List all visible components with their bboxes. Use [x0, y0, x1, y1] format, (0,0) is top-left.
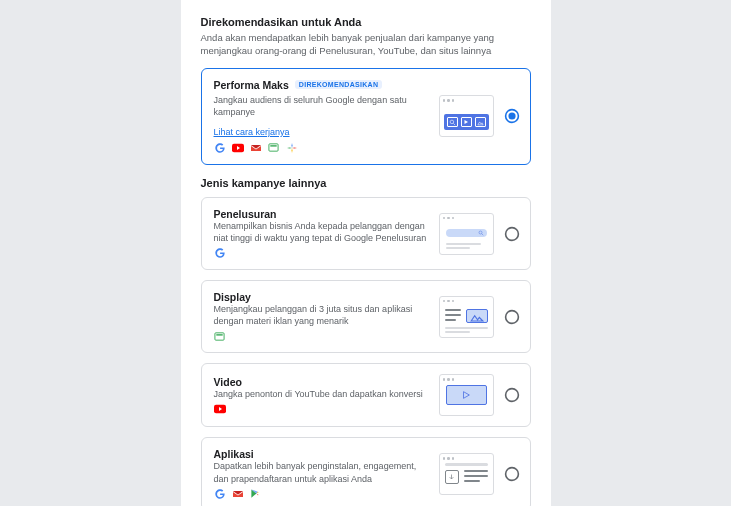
google-icon [214, 247, 226, 259]
campaign-card-app[interactable]: Aplikasi Dapatkan lebih banyak penginsta… [201, 437, 531, 506]
youtube-icon [214, 403, 226, 415]
svg-rect-1 [269, 144, 278, 151]
gmail-icon [232, 488, 244, 500]
radio-unselected[interactable] [504, 309, 520, 325]
card-title: Aplikasi [214, 448, 429, 460]
google-icon [214, 142, 226, 154]
card-title: Display [214, 291, 429, 303]
google-icon [214, 488, 226, 500]
radio-unselected[interactable] [504, 466, 520, 482]
campaign-card-performance-max[interactable]: Performa Maks DIREKOMENDASIKAN Jangkau a… [201, 68, 531, 165]
card-description: Jangka penonton di YouTube dan dapatkan … [214, 388, 429, 400]
channel-icons [214, 247, 429, 259]
card-description: Menampilkan bisnis Anda kepada pelanggan… [214, 220, 429, 244]
svg-point-9 [505, 227, 518, 240]
svg-point-3 [450, 120, 454, 124]
svg-point-15 [505, 468, 518, 481]
recommended-heading: Direkomendasikan untuk Anda [201, 16, 531, 28]
campaign-card-display[interactable]: Display Menjangkau pelanggan di 3 juta s… [201, 280, 531, 353]
svg-rect-10 [215, 333, 224, 340]
card-thumbnail [439, 374, 494, 416]
svg-rect-11 [216, 334, 222, 335]
display-network-icon [268, 142, 280, 154]
svg-point-14 [505, 389, 518, 402]
channel-icons [214, 488, 429, 500]
card-thumbnail [439, 296, 494, 338]
recommended-badge: DIREKOMENDASIKAN [295, 80, 382, 89]
svg-point-7 [479, 231, 482, 234]
card-title: Video [214, 376, 429, 388]
play-store-icon [250, 488, 262, 500]
card-description: Menjangkau pelanggan di 3 juta situs dan… [214, 303, 429, 327]
youtube-icon [232, 142, 244, 154]
svg-point-12 [505, 310, 518, 323]
svg-rect-2 [270, 146, 276, 147]
channel-icons [214, 330, 429, 342]
recommended-subtext: Anda akan mendapatkan lebih banyak penju… [201, 32, 531, 58]
card-title: Penelusuran [214, 208, 429, 220]
channel-icons [214, 403, 429, 415]
gmail-icon [250, 142, 262, 154]
radio-selected[interactable] [504, 108, 520, 124]
campaign-card-video[interactable]: Video Jangka penonton di YouTube dan dap… [201, 363, 531, 427]
card-thumbnail [439, 453, 494, 495]
campaign-type-panel: Direkomendasikan untuk Anda Anda akan me… [181, 0, 551, 506]
card-description: Dapatkan lebih banyak penginstalan, enga… [214, 460, 429, 484]
radio-unselected[interactable] [504, 226, 520, 242]
card-thumbnail [439, 95, 494, 137]
channel-icons [214, 142, 429, 154]
radio-unselected[interactable] [504, 387, 520, 403]
svg-point-6 [508, 113, 515, 120]
svg-line-4 [453, 123, 455, 125]
display-network-icon [214, 330, 226, 342]
svg-line-8 [481, 233, 483, 235]
learn-how-link[interactable]: Lihat cara kerjanya [214, 127, 290, 137]
discover-icon [286, 142, 298, 154]
campaign-card-search[interactable]: Penelusuran Menampilkan bisnis Anda kepa… [201, 197, 531, 270]
other-types-heading: Jenis kampanye lainnya [201, 177, 531, 189]
card-title: Performa Maks [214, 79, 289, 91]
card-description: Jangkau audiens di seluruh Google dengan… [214, 94, 429, 118]
card-thumbnail [439, 213, 494, 255]
